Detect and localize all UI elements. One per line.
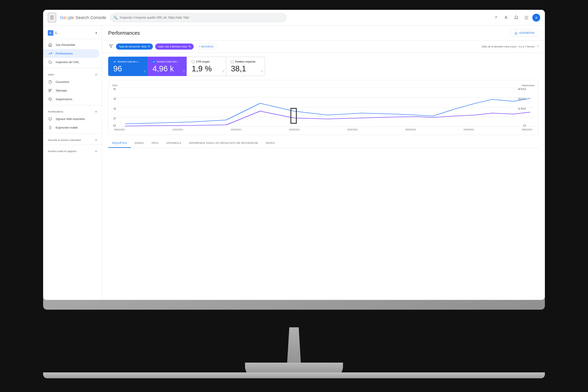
main-content: Performances EXPORTER Type de recherche:… [102,26,545,300]
svg-point-4 [525,17,526,18]
ctr-label: CTR moyen [196,60,210,63]
property-name: C... [55,31,96,34]
divider-2 [43,68,102,68]
filter-icon[interactable] [108,43,114,50]
anciens-title: Anciens outils et rapports [48,150,76,153]
signaux-icon [48,116,52,121]
svg-marker-25 [109,45,113,48]
sidebar-item-signaux[interactable]: Signaux Web essentiels [43,115,99,123]
search-url-icon [48,60,52,64]
tab-appareils[interactable]: APPAREILS [162,139,185,148]
impressions-checkbox[interactable] [152,60,155,63]
svg-rect-13 [50,89,52,90]
divider-3 [43,105,102,105]
index-section-header[interactable]: Index ∧ [43,70,102,78]
clics-checkbox-row: Nombre total de c... [113,60,143,63]
chart-svg: 5 4 3 2 0 450 300 150 0 [112,88,534,127]
ameliorations-chevron: ∧ [95,110,97,113]
tab-pays[interactable]: PAYS [148,139,162,148]
x-label-4: 24/02/2021 [347,128,358,131]
logo-o2: o [66,15,68,20]
tab-dates-label: DATES [266,142,275,144]
svg-text:3: 3 [113,108,116,110]
search-input[interactable] [110,13,286,22]
anciens-chevron: ∨ [95,150,97,153]
export-button[interactable]: EXPORTER [510,30,538,36]
property-selector[interactable]: C C... ▾ [45,28,100,37]
position-checkbox-row: Position moyenne [231,60,260,63]
sitemaps-icon [48,88,52,93]
filter-help-icon[interactable]: ? [537,45,538,48]
x-label-0: 08/02/2021 [114,128,125,131]
metric-card-position[interactable]: Position moyenne 38,1 ? [226,57,265,76]
property-chevron: ▾ [96,31,97,35]
tab-apparence[interactable]: APPARENCE DANS LES RÉSULTATS DE RECHERCH… [185,139,262,148]
svg-point-5 [526,17,527,18]
grid-button[interactable] [522,13,531,22]
svg-point-0 [505,16,507,18]
sidebar-item-suppressions[interactable]: Suppressions [43,95,99,104]
metrics-row: Nombre total de c... 96 ? Nombre total d… [102,53,545,80]
chart-area: Clics Impressions 5 [108,80,538,135]
position-help-icon[interactable]: ? [261,70,263,74]
date-chip[interactable]: Date: Les 3 derniers mois ✎ [155,44,194,50]
tab-pays-label: PAYS [152,142,158,144]
svg-point-1 [525,16,526,17]
svg-rect-14 [49,91,50,92]
impressions-label: Nombre total d'im... [157,60,179,63]
tab-pages[interactable]: PAGES [131,139,148,148]
securite-title: Sécurité et actions manuelles [48,138,81,142]
sidebar-item-couverture[interactable]: Couverture [43,78,99,86]
x-label-5: 28/02/2021 [405,128,416,131]
search-icon: 🔍 [113,16,118,20]
svg-text:150: 150 [518,108,526,110]
position-checkbox[interactable] [231,60,234,63]
sidebar-item-url-inspection[interactable]: Inspection de l'URL [43,58,99,66]
svg-text:0: 0 [523,124,526,127]
logo-o1: o [63,15,66,20]
svg-point-6 [528,17,528,18]
performances-icon [48,51,52,56]
metric-card-clics[interactable]: Nombre total de c... 96 ? [108,57,148,76]
export-label: EXPORTER [520,31,534,34]
sidebar-item-ergonomie[interactable]: Ergonomie mobile [43,123,99,132]
page-title: Performances [108,30,140,36]
search-type-label: Type de recherche: Web [119,45,146,48]
sidebar-item-sitemaps[interactable]: Sitemaps [43,86,99,95]
ctr-help-icon[interactable]: ? [222,70,224,74]
svg-point-10 [49,61,51,63]
ctr-checkbox-row: CTR moyen [192,60,221,63]
metric-card-ctr[interactable]: CTR moyen 1,9 % ? [186,57,226,76]
search-type-chip[interactable]: Type de recherche: Web ✎ [116,44,153,50]
avatar[interactable]: a [532,14,540,22]
clics-checkbox[interactable] [113,60,116,63]
sidebar-item-overview[interactable]: Vue d'ensemble [43,40,99,49]
ctr-checkbox[interactable] [192,60,194,63]
securite-section-header[interactable]: Sécurité et actions manuelles ∨ [43,135,102,143]
url-inspection-label: Inspection de l'URL [56,60,80,64]
ameliorations-section-header[interactable]: Améliorations ∧ [43,107,102,115]
impressions-help-icon[interactable]: ? [183,70,185,74]
metric-card-impressions[interactable]: Nombre total d'im... 4,96 k ? [148,57,186,76]
ergonomie-icon [48,125,52,130]
tab-dates[interactable]: DATES [262,139,279,148]
help-button[interactable]: ? [492,13,500,22]
main-layout: C C... ▾ Vue d'ensemble Performan [43,26,545,300]
bell-button[interactable] [512,13,520,22]
svg-point-8 [526,18,527,19]
couverture-label: Couverture [56,80,69,84]
tab-requetes[interactable]: REQUÊTES [108,139,131,148]
anciens-section-header[interactable]: Anciens outils et rapports ∨ [43,146,102,154]
add-filter-button[interactable]: + NOUVEAU [196,44,217,50]
svg-text:5: 5 [113,88,116,90]
hamburger-button[interactable]: ☰ [48,13,56,22]
ameliorations-title: Améliorations [48,110,63,113]
sidebar-item-performances[interactable]: Performances [43,49,99,58]
index-chevron: ∧ [95,73,97,76]
overview-label: Vue d'ensemble [56,43,75,46]
position-value: 38,1 [231,65,260,72]
svg-point-3 [528,16,528,17]
clics-help-icon[interactable]: ? [144,70,146,74]
people-button[interactable] [502,13,510,22]
impressions-value: 4,96 k [152,65,182,72]
